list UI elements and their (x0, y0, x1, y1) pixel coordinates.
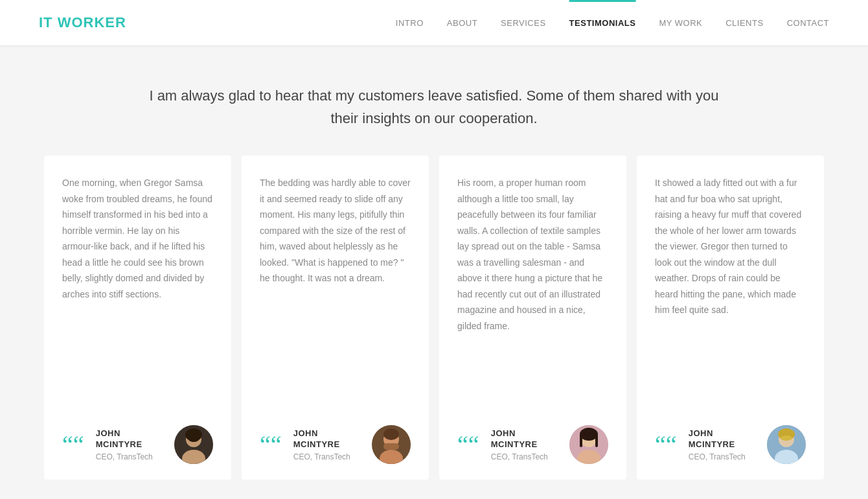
main-nav: INTRO ABOUT SERVICES TESTIMONIALS MY WOR… (396, 18, 829, 28)
testimonial-text-4: It showed a lady fitted out with a fur h… (655, 175, 806, 391)
testimonial-text-3: His room, a proper human room although a… (457, 175, 608, 391)
client-info-2: JOHN MCINTYRE CEO, TransTech (293, 428, 363, 461)
card-footer-2: ““ JOHN MCINTYRE CEO, TransTech (260, 412, 411, 464)
nav-clients[interactable]: CLIENTS (725, 18, 763, 28)
site-logo[interactable]: IT WORKER (39, 14, 126, 31)
site-header: IT WORKER INTRO ABOUT SERVICES TESTIMONI… (0, 0, 868, 45)
nav-contact[interactable]: CONTACT (787, 18, 829, 28)
client-name-2: JOHN MCINTYRE (293, 428, 363, 450)
quote-icon-4: ““ (655, 432, 677, 457)
client-name-1: JOHN MCINTYRE (96, 428, 165, 450)
testimonial-card-3: His room, a proper human room although a… (439, 156, 626, 480)
testimonial-card-1: One morning, when Gregor Samsa woke from… (44, 156, 231, 480)
client-title-4: CEO, TransTech (689, 452, 758, 461)
quote-icon-2: ““ (260, 432, 282, 457)
client-title-3: CEO, TransTech (491, 452, 560, 461)
svg-point-20 (781, 435, 792, 441)
svg-point-13 (580, 428, 598, 441)
intro-text: I am always glad to hear that my custome… (143, 84, 725, 130)
testimonial-text-2: The bedding was hardly able to cover it … (260, 175, 411, 391)
card-footer-1: ““ JOHN MCINTYRE CEO, TransTech (62, 412, 213, 464)
nav-about[interactable]: ABOUT (447, 18, 477, 28)
client-name-4: JOHN MCINTYRE (689, 428, 758, 450)
svg-point-8 (383, 428, 399, 440)
testimonial-card-4: It showed a lady fitted out with a fur h… (637, 156, 824, 480)
svg-rect-15 (595, 434, 598, 447)
carousel-dots (0, 493, 868, 499)
nav-services[interactable]: SERVICES (501, 18, 546, 28)
client-info-1: JOHN MCINTYRE CEO, TransTech (96, 428, 165, 461)
svg-rect-14 (580, 434, 582, 447)
quote-icon-1: ““ (62, 432, 84, 457)
client-title-2: CEO, TransTech (293, 452, 363, 461)
card-footer-3: ““ JOHN MCINTYRE CEO, TransTech (457, 412, 608, 464)
avatar-4 (767, 425, 806, 464)
client-title-1: CEO, TransTech (96, 452, 165, 461)
quote-icon-3: ““ (457, 432, 479, 457)
avatar-2 (372, 425, 411, 464)
svg-rect-9 (383, 443, 399, 450)
testimonial-card-2: The bedding was hardly able to cover it … (242, 156, 429, 480)
client-info-4: JOHN MCINTYRE CEO, TransTech (689, 428, 758, 461)
avatar-3 (569, 425, 608, 464)
nav-mywork[interactable]: MY WORK (659, 18, 702, 28)
testimonials-grid: One morning, when Gregor Samsa woke from… (0, 156, 868, 493)
section-intro: I am always glad to hear that my custome… (0, 45, 868, 156)
card-footer-4: ““ JOHN MCINTYRE CEO, TransTech (655, 412, 806, 464)
client-name-3: JOHN MCINTYRE (491, 428, 560, 450)
svg-point-4 (188, 437, 199, 442)
testimonial-text-1: One morning, when Gregor Samsa woke from… (62, 175, 213, 391)
client-info-3: JOHN MCINTYRE CEO, TransTech (491, 428, 560, 461)
nav-intro[interactable]: INTRO (396, 18, 424, 28)
nav-testimonials[interactable]: TESTIMONIALS (569, 18, 636, 28)
avatar-1 (174, 425, 213, 464)
